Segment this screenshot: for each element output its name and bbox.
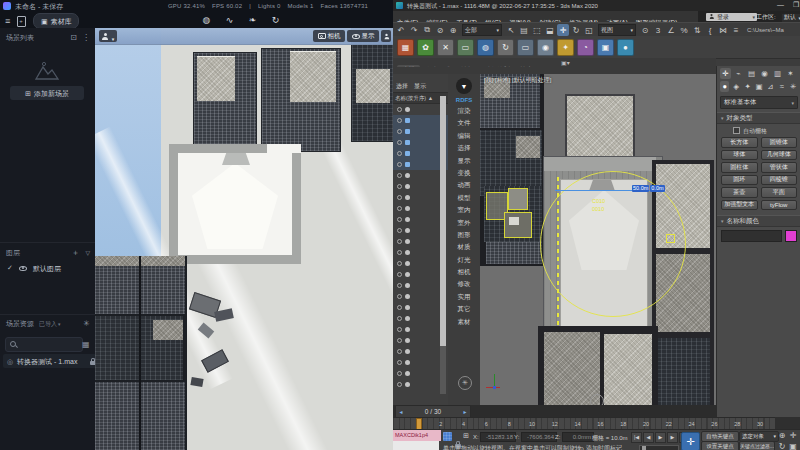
hierarchy-tab-icon[interactable]: ▤ xyxy=(746,68,757,79)
visibility-icon[interactable] xyxy=(397,283,402,288)
primitive-button-11[interactable]: tyFlow xyxy=(761,200,798,211)
explorer-menu-item-0[interactable]: 选择 xyxy=(393,81,411,91)
visibility-icon[interactable] xyxy=(397,316,402,321)
geometry-icon[interactable]: ● xyxy=(720,81,729,92)
maximize-viewport-icon[interactable]: ▣ xyxy=(788,441,798,450)
y-field[interactable]: -7606.364 xyxy=(521,432,557,442)
plugin-menu-item-3[interactable]: 选择 xyxy=(448,144,480,153)
character-dropdown-button[interactable] xyxy=(99,30,117,42)
visibility-icon[interactable] xyxy=(397,294,402,299)
bind-icon[interactable]: ⊕ xyxy=(447,24,459,36)
unlink-icon[interactable]: ⊘ xyxy=(434,24,446,36)
named-selection-icon[interactable]: { xyxy=(704,24,716,36)
ribbon-config-icon[interactable]: ▣▾ xyxy=(561,59,570,66)
object-name-input[interactable] xyxy=(721,230,782,242)
next-frame-button[interactable]: ► xyxy=(460,409,470,415)
select-object-icon[interactable]: ↖ xyxy=(505,24,517,36)
pan-icon[interactable]: ✛ xyxy=(788,430,798,440)
snap-3d-icon[interactable]: 3 xyxy=(652,24,664,36)
category-dropdown[interactable]: 标准基本体 xyxy=(720,96,798,109)
imported-filter[interactable]: 已导入 xyxy=(39,321,61,327)
mini-slider[interactable] xyxy=(639,445,679,450)
render-frame-icon[interactable]: ▣ xyxy=(597,39,614,56)
plugin-menu-item-7[interactable]: 模型 xyxy=(448,194,480,203)
primitive-button-8[interactable]: 茶壶 xyxy=(721,187,758,198)
plugin-menu-item-9[interactable]: 室外 xyxy=(448,219,480,228)
plugin-menu-item-4[interactable]: 显示 xyxy=(448,157,480,166)
visibility-icon[interactable] xyxy=(397,217,402,222)
resources-settings-icon[interactable]: ✳ xyxy=(83,319,90,328)
default-layer-row[interactable]: ✓ 默认图层 xyxy=(7,264,61,272)
object-color-swatch[interactable] xyxy=(785,230,797,242)
systems-icon[interactable]: ✳ xyxy=(789,81,798,92)
select-by-name-icon[interactable]: ▤ xyxy=(518,24,530,36)
visibility-icon[interactable] xyxy=(397,371,402,376)
layer-visibility-icon[interactable] xyxy=(19,266,27,271)
visibility-icon[interactable] xyxy=(397,184,402,189)
viewport-label[interactable]: [顶] [标准] [默认明暗处理] xyxy=(484,77,551,83)
hamburger-menu-icon[interactable]: ≡ xyxy=(5,16,10,26)
rotate-icon[interactable]: ↻ xyxy=(570,24,582,36)
selected-city-cluster[interactable] xyxy=(484,186,542,242)
tower-model[interactable] xyxy=(193,52,257,154)
scene-viewport[interactable]: 相机 显示 xyxy=(95,28,393,450)
minimize-button[interactable]: — xyxy=(777,1,784,8)
x-field[interactable]: -51283.18 xyxy=(480,432,516,442)
scrollbar-thumb[interactable] xyxy=(440,96,446,346)
white-building-model[interactable] xyxy=(169,144,301,264)
avatar-dropdown-button[interactable] xyxy=(381,30,391,42)
key-filters-button[interactable]: 关键点过滤器... xyxy=(739,441,775,450)
z-field[interactable]: 0.0mm xyxy=(562,432,594,442)
utilities-tab-icon[interactable]: ✶ xyxy=(785,68,796,79)
tower-model[interactable] xyxy=(261,48,341,152)
visibility-icon[interactable] xyxy=(397,140,402,145)
next-frame-icon[interactable]: ▶ xyxy=(667,432,678,443)
primitive-button-2[interactable]: 球体 xyxy=(721,150,758,161)
motion-tab-icon[interactable]: ◉ xyxy=(759,68,770,79)
primitive-button-3[interactable]: 几何球体 xyxy=(761,150,798,161)
max-viewport[interactable]: 50.0m 0.0m C010 0010 [顶] [标准] [默认明暗处理] xyxy=(480,74,716,405)
plugin-settings-icon[interactable]: ✳ xyxy=(458,376,472,390)
mirror-icon[interactable]: ⋈ xyxy=(717,24,729,36)
city-block-model[interactable] xyxy=(95,256,187,450)
primitive-button-5[interactable]: 管状体 xyxy=(761,162,798,173)
visibility-icon[interactable] xyxy=(397,327,402,332)
plugin-menu-item-13[interactable]: 相机 xyxy=(448,268,480,277)
set-key-big-button[interactable]: ✛ xyxy=(681,432,700,450)
visibility-icon[interactable] xyxy=(397,162,402,167)
visibility-icon[interactable] xyxy=(397,272,402,277)
zoom-icon[interactable]: ⊕ xyxy=(777,430,787,440)
set-key-button[interactable]: 设置关键点 xyxy=(701,441,739,450)
redo-icon[interactable]: ↷ xyxy=(408,24,420,36)
add-scene-button[interactable]: ⊞ 添加新场景 xyxy=(10,86,84,100)
visibility-icon[interactable] xyxy=(397,118,402,123)
plugin-menu-item-5[interactable]: 变换 xyxy=(448,169,480,178)
name-color-rollout[interactable]: 名称和颜色 xyxy=(717,215,800,227)
orbit-tool-icon[interactable]: ↻ xyxy=(497,39,514,56)
new-file-icon[interactable] xyxy=(17,16,26,27)
add-time-tag[interactable]: ⊙ 添加时间标记 xyxy=(579,444,622,450)
plugin-menu-item-10[interactable]: 图形 xyxy=(448,231,480,240)
visibility-icon[interactable] xyxy=(397,107,402,112)
display-button[interactable]: 显示 xyxy=(347,30,379,42)
go-start-icon[interactable]: |◀ xyxy=(631,432,642,443)
grid-view-icon[interactable]: ▦ xyxy=(82,340,90,349)
add-layer-icon[interactable]: ＋ xyxy=(71,247,79,258)
absolute-mode-icon[interactable]: ⊞ xyxy=(463,432,469,440)
more-options-icon[interactable]: ⋮ xyxy=(82,33,90,42)
bone-icon[interactable]: ∿ xyxy=(223,13,236,26)
primitive-button-0[interactable]: 长方体 xyxy=(721,137,758,148)
percent-snap-icon[interactable]: % xyxy=(678,24,690,36)
plugin-menu-item-0[interactable]: 渲染 xyxy=(448,107,480,116)
spinner-snap-icon[interactable]: ⇅ xyxy=(691,24,703,36)
lights-icon[interactable]: ✦ xyxy=(743,81,752,92)
angle-snap-icon[interactable]: ∠ xyxy=(665,24,677,36)
viewport-widget[interactable] xyxy=(590,394,604,405)
rotate-gizmo-circle[interactable] xyxy=(540,171,686,317)
refresh-icon[interactable]: ↻ xyxy=(269,13,282,26)
resource-item[interactable]: ◎ 转换器测试 - 1.max xyxy=(3,354,100,368)
primitive-button-9[interactable]: 平面 xyxy=(761,187,798,198)
visibility-icon[interactable] xyxy=(397,360,402,365)
material-library-button[interactable]: ▣ 素材库 xyxy=(33,13,79,29)
create-tab-icon[interactable]: ✛ xyxy=(720,68,731,79)
